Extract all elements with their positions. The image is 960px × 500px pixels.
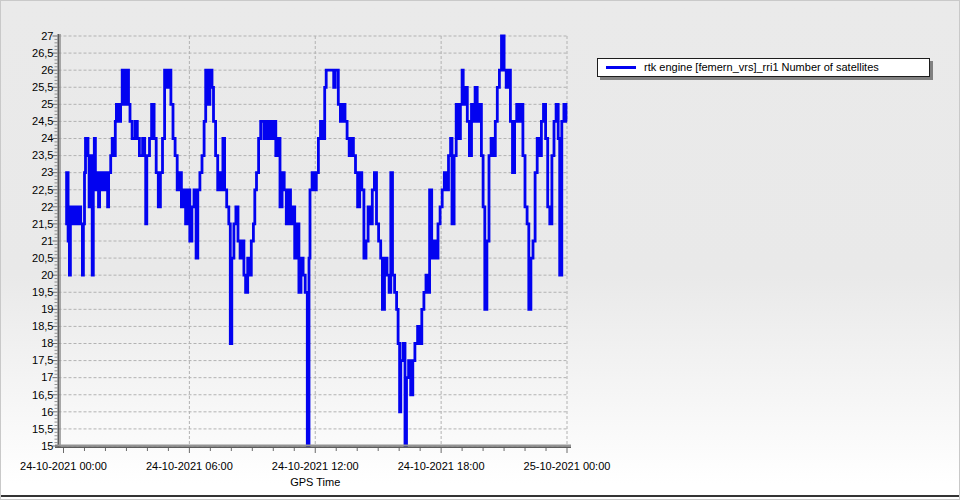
x-tick-label: 24-10-2021 00:00 <box>20 460 107 472</box>
y-tick-label: 18,5 <box>32 320 53 332</box>
y-tick-labels: 2726,52625,52524,52423,52322,52221,52120… <box>32 30 53 452</box>
window-bottom-border <box>1 495 959 497</box>
y-tick-label: 24 <box>41 132 53 144</box>
y-tick-label: 26 <box>41 64 53 76</box>
y-tick-label: 17 <box>41 371 53 383</box>
y-tick-label: 16,5 <box>32 389 53 401</box>
y-tick-label: 15,5 <box>32 423 53 435</box>
y-tick-label: 22,5 <box>32 184 53 196</box>
y-tick-label: 24,5 <box>32 115 53 127</box>
x-tick-label: 24-10-2021 06:00 <box>146 460 233 472</box>
x-tick-label: 24-10-2021 12:00 <box>272 460 359 472</box>
legend: rtk engine [femern_vrs]_rri1 Number of s… <box>597 58 930 77</box>
y-tick-label: 15 <box>41 440 53 452</box>
y-tick-label: 18 <box>41 337 53 349</box>
y-tick-label: 20,5 <box>32 252 53 264</box>
y-tick-label: 19 <box>41 303 53 315</box>
y-tick-label: 17,5 <box>32 354 53 366</box>
y-tick-label: 21,5 <box>32 218 53 230</box>
y-tick-label: 23 <box>41 166 53 178</box>
y-tick-label: 19,5 <box>32 286 53 298</box>
legend-line-swatch <box>606 66 636 69</box>
y-tick-label: 22 <box>41 201 53 213</box>
legend-label: rtk engine [femern_vrs]_rri1 Number of s… <box>644 60 879 75</box>
y-tick-label: 23,5 <box>32 149 53 161</box>
y-tick-label: 20 <box>41 269 53 281</box>
x-tick-label: 25-10-2021 00:00 <box>524 460 611 472</box>
y-tick-label: 21 <box>41 235 53 247</box>
x-tick-label: 24-10-2021 18:00 <box>398 460 485 472</box>
x-tick-labels: 24-10-2021 00:0024-10-2021 06:0024-10-20… <box>20 460 610 472</box>
y-tick-label: 16 <box>41 406 53 418</box>
y-tick-label: 27 <box>41 30 53 42</box>
x-axis-title: GPS Time <box>290 476 340 488</box>
chart-window: 2726,52625,52524,52423,52322,52221,52120… <box>0 0 960 500</box>
x-axis-ticks <box>64 448 568 453</box>
y-tick-label: 26,5 <box>32 47 53 59</box>
y-tick-label: 25,5 <box>32 81 53 93</box>
y-tick-label: 25 <box>41 98 53 110</box>
gridlines <box>59 36 568 446</box>
